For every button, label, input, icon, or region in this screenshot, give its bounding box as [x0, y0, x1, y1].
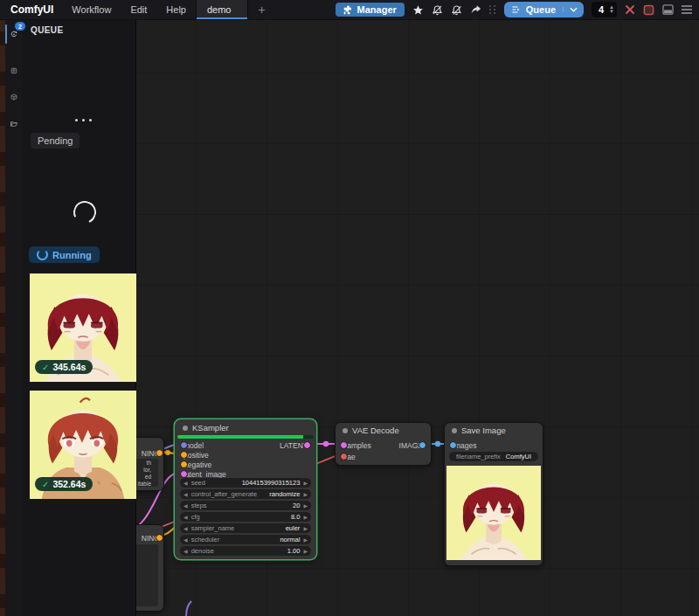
- input-images[interactable]: images: [453, 440, 476, 450]
- sampling-progress-bar: [177, 435, 314, 439]
- app-logo[interactable]: ComfyUI: [0, 3, 62, 16]
- latent-output-dot[interactable]: [303, 441, 311, 449]
- manager-button[interactable]: Manager: [336, 3, 405, 17]
- output-latent[interactable]: LATENT: [280, 440, 308, 450]
- sidebar-item-model-library[interactable]: [5, 86, 23, 108]
- node-ksampler[interactable]: KSampler model positive negative latent_…: [175, 419, 316, 559]
- node-header[interactable]: KSampler: [176, 420, 315, 435]
- widget-control-after-generate[interactable]: ◀ control_after_generate randomize ▶: [180, 489, 311, 499]
- widget-denoise[interactable]: ◀ denoise 1.00 ▶: [180, 546, 311, 556]
- menu-workflow[interactable]: Workflow: [62, 4, 121, 15]
- task-duration-badge: ✓ 345.64s: [35, 360, 93, 374]
- alerts-off-button[interactable]: [451, 4, 462, 16]
- saved-image-preview[interactable]: [446, 466, 541, 560]
- menu-help[interactable]: Help: [156, 4, 196, 15]
- chevron-down-icon[interactable]: ▼: [609, 10, 614, 14]
- increment-icon[interactable]: ▶: [300, 480, 311, 486]
- node-clip-text-encode-partial[interactable]: NING th lor, ed itable: [135, 437, 164, 491]
- input-model[interactable]: model: [183, 440, 204, 450]
- input-negative[interactable]: negative: [183, 460, 211, 469]
- menubar: ComfyUI Workflow Edit Help demo + Manage…: [0, 0, 699, 20]
- output-image[interactable]: IMAGE: [399, 440, 423, 450]
- image-output-dot[interactable]: [419, 441, 426, 449]
- negative-port-dot[interactable]: [180, 460, 188, 468]
- puzzle-icon: [343, 5, 353, 15]
- conditioning-port-dot[interactable]: [156, 534, 163, 542]
- node-header[interactable]: VAE Decode: [336, 423, 431, 438]
- new-workflow-tab-button[interactable]: +: [248, 0, 276, 19]
- node-collapse-dot[interactable]: [452, 428, 457, 433]
- active-tab-indicator: [5, 24, 7, 44]
- stop-queue-button[interactable]: [643, 4, 654, 16]
- widget-sampler-name[interactable]: ◀ sampler_name euler ▶: [180, 523, 311, 533]
- queue-button[interactable]: Queue: [504, 4, 563, 15]
- node-save-image[interactable]: Save Image images filename_prefix ComfyU…: [444, 422, 543, 566]
- decrement-icon[interactable]: ◀: [180, 548, 191, 554]
- toggle-bottom-panel-button[interactable]: [662, 4, 674, 15]
- widget-steps[interactable]: ◀ steps 20 ▶: [180, 501, 311, 510]
- tab-demo[interactable]: demo: [197, 0, 248, 19]
- increment-icon[interactable]: ▶: [300, 548, 311, 554]
- panel-title: QUEUE: [23, 19, 135, 35]
- decrement-icon[interactable]: ◀: [180, 525, 191, 531]
- node-vae-decode[interactable]: VAE Decode samples vae IMAGE: [335, 422, 432, 466]
- decrement-icon[interactable]: ◀: [180, 491, 191, 497]
- task-duration: 352.64s: [52, 479, 86, 489]
- node-collapse-dot[interactable]: [343, 428, 348, 433]
- more-options-button[interactable]: [73, 117, 93, 123]
- increment-icon[interactable]: ▶: [300, 536, 311, 543]
- running-status-badge: Running: [29, 246, 100, 263]
- batch-count-stepper[interactable]: 4 ▲▼: [592, 2, 617, 17]
- cube-icon: [10, 91, 17, 103]
- sidebar-item-node-library[interactable]: [5, 59, 23, 82]
- share-icon: [470, 4, 481, 16]
- cancel-run-button[interactable]: [625, 4, 635, 15]
- widget-seed[interactable]: ◀ seed 1044153990315123 ▶: [180, 478, 311, 488]
- sidebar-item-workflows[interactable]: [5, 112, 23, 135]
- increment-icon[interactable]: ▶: [300, 502, 311, 509]
- queue-task-thumbnail[interactable]: ✓ 352.64s: [30, 391, 136, 499]
- decrement-icon[interactable]: ◀: [180, 480, 191, 486]
- chevron-down-icon: [570, 7, 578, 12]
- increment-icon[interactable]: ▶: [300, 525, 311, 531]
- ellipsis-icon: [75, 119, 78, 121]
- vae-port-dot[interactable]: [340, 453, 348, 460]
- input-positive[interactable]: positive: [183, 450, 209, 460]
- grip-dots-icon[interactable]: [489, 5, 496, 14]
- manager-button-label: Manager: [357, 4, 397, 15]
- widget-scheduler[interactable]: ◀ scheduler normal ▶: [180, 535, 311, 544]
- sidebar-item-queue[interactable]: 2: [5, 23, 23, 45]
- prompt-textarea[interactable]: [135, 544, 158, 606]
- stepper-arrows[interactable]: ▲▼: [609, 5, 614, 14]
- increment-icon[interactable]: ▶: [300, 491, 311, 497]
- conditioning-output[interactable]: NING: [142, 533, 160, 543]
- menu-edit[interactable]: Edit: [121, 4, 156, 15]
- widget-cfg[interactable]: ◀ cfg 8.0 ▶: [180, 512, 311, 522]
- queue-dropdown-caret[interactable]: [563, 7, 584, 12]
- input-samples[interactable]: samples: [343, 440, 371, 450]
- node-header[interactable]: Save Image: [445, 423, 543, 438]
- decrement-icon[interactable]: ◀: [180, 514, 191, 520]
- main-menu-button[interactable]: [682, 5, 692, 14]
- increment-icon[interactable]: ▶: [300, 514, 311, 520]
- conditioning-output[interactable]: NING: [142, 448, 160, 458]
- decrement-icon[interactable]: ◀: [180, 536, 191, 543]
- node-graph-canvas[interactable]: NING th lor, ed itable NING KSampler: [135, 19, 699, 616]
- images-port-dot[interactable]: [449, 441, 457, 449]
- input-vae[interactable]: vae: [343, 452, 356, 461]
- node-clip-text-encode-partial[interactable]: NING: [135, 524, 164, 612]
- decrement-icon[interactable]: ◀: [180, 502, 191, 509]
- notifications-off-button[interactable]: [432, 4, 443, 16]
- node-collapse-dot[interactable]: [183, 426, 188, 431]
- latent-port-dot[interactable]: [180, 470, 188, 478]
- bottom-panel-icon: [662, 4, 674, 15]
- model-port-dot[interactable]: [180, 441, 188, 449]
- star-button[interactable]: [412, 4, 424, 16]
- positive-port-dot[interactable]: [180, 451, 188, 459]
- widget-filename-prefix[interactable]: filename_prefix ComfyUI: [449, 452, 538, 461]
- queue-task-thumbnail[interactable]: ✓ 345.64s: [30, 273, 136, 382]
- samples-port-dot[interactable]: [340, 441, 348, 449]
- share-button[interactable]: [470, 4, 481, 16]
- prompt-textarea[interactable]: th lor, ed itable: [135, 459, 158, 487]
- conditioning-port-dot[interactable]: [156, 449, 163, 457]
